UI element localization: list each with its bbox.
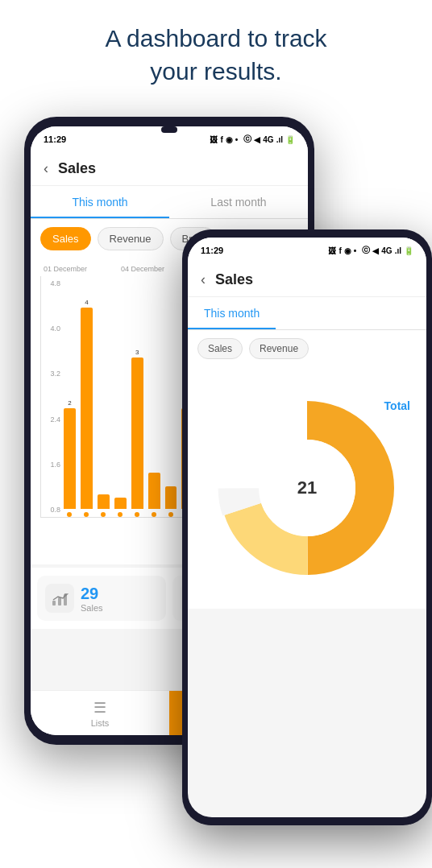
donut-center-value: 21 — [297, 477, 317, 498]
y-label: 3.2 — [41, 370, 64, 378]
app-header-front: ‹ Sales — [188, 263, 426, 297]
filter-sales-front[interactable]: Sales — [197, 338, 243, 359]
filter-sales-back[interactable]: Sales — [40, 227, 91, 250]
bar-group — [114, 496, 127, 517]
y-label: 4.8 — [41, 279, 64, 287]
phone-front: 11:29 🖼 f ◉ • ⓒ ◀ 4G .ıl 🔋 ‹ Sales — [182, 229, 432, 825]
app-title-front: Sales — [215, 271, 253, 288]
stat-label: Sales — [81, 603, 103, 613]
bar-group — [98, 493, 110, 517]
tabs-back: This month Last month — [31, 186, 308, 219]
stat-card-sales: 29 Sales — [37, 576, 166, 621]
status-time-front: 11:29 — [201, 246, 223, 255]
bar-group: 4 — [81, 299, 93, 517]
back-arrow-front[interactable]: ‹ — [201, 271, 206, 288]
tabs-front: This month — [188, 297, 426, 330]
nav-lists-icon: ☰ — [93, 699, 106, 717]
phone-front-screen: 11:29 🖼 f ◉ • ⓒ ◀ 4G .ıl 🔋 ‹ Sales — [188, 238, 426, 817]
status-icons-back: 🖼 f ◉ • ⓒ ◀ 4G .ıl 🔋 — [210, 134, 295, 145]
filter-revenue-front[interactable]: Revenue — [249, 338, 309, 359]
headline-line2: your results. — [150, 58, 281, 85]
filter-revenue-back[interactable]: Revenue — [98, 227, 164, 250]
phones-area: 11:29 🖼 f ◉ • ⓒ ◀ 4G .ıl 🔋 ‹ Sales — [0, 101, 432, 809]
tab-this-month-back[interactable]: This month — [31, 186, 169, 218]
page-header: A dashboard to track your results. — [0, 0, 432, 101]
svg-rect-1 — [58, 597, 61, 606]
bar-group — [165, 485, 177, 517]
y-axis: 4.8 4.0 3.2 2.4 1.6 0.8 — [41, 276, 64, 517]
tab-this-month-front[interactable]: This month — [188, 297, 276, 329]
bar-group — [148, 471, 160, 517]
y-label: 4.0 — [41, 324, 64, 333]
stat-icon-sales — [45, 584, 74, 613]
bar-group: 2 — [64, 399, 76, 517]
status-icons-front: 🖼 f ◉ • ⓒ ◀ 4G .ıl 🔋 — [328, 245, 413, 256]
nav-lists[interactable]: ☰ Lists — [31, 691, 169, 735]
headline: A dashboard to track — [105, 25, 326, 52]
stat-value: 29 — [81, 585, 103, 603]
back-arrow-back[interactable]: ‹ — [44, 160, 48, 177]
svg-rect-0 — [52, 601, 56, 606]
status-time-back: 11:29 — [44, 134, 66, 144]
filter-row-front: Sales Revenue — [188, 330, 426, 367]
donut-area: 21 Total — [188, 367, 426, 609]
y-label: 2.4 — [41, 415, 64, 424]
stat-info: 29 Sales — [81, 585, 103, 613]
phone-back-notch — [161, 126, 177, 133]
bar-group: 3 — [131, 349, 143, 517]
total-label: Total — [384, 399, 410, 412]
app-header-back: ‹ Sales — [31, 152, 308, 186]
y-label: 0.8 — [41, 506, 64, 514]
nav-lists-label: Lists — [91, 718, 110, 728]
tab-last-month-back[interactable]: Last month — [169, 186, 308, 218]
y-label: 1.6 — [41, 461, 64, 469]
app-title-back: Sales — [58, 160, 96, 177]
status-bar-front: 11:29 🖼 f ◉ • ⓒ ◀ 4G .ıl 🔋 — [188, 238, 426, 263]
